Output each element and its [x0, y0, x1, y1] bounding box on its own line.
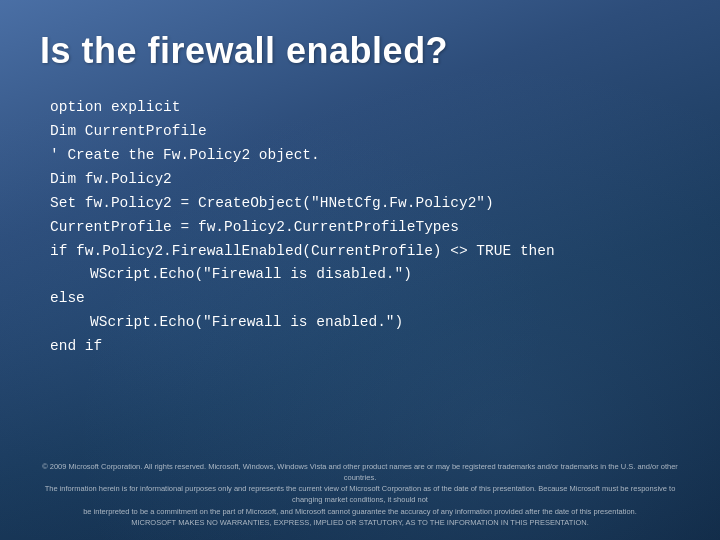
footer-line-4: MICROSOFT MAKES NO WARRANTIES, EXPRESS, …: [30, 517, 690, 528]
code-line-1: option explicit: [50, 96, 680, 120]
code-line-6: CurrentProfile = fw.Policy2.CurrentProfi…: [50, 216, 680, 240]
slide-container: Is the firewall enabled? option explicit…: [0, 0, 720, 540]
footer-line-1: © 2009 Microsoft Corporation. All rights…: [30, 461, 690, 484]
footer-line-3: be interpreted to be a commitment on the…: [30, 506, 690, 517]
code-line-5: Set fw.Policy2 = CreateObject("HNetCfg.F…: [50, 192, 680, 216]
code-block: option explicit Dim CurrentProfile ' Cre…: [40, 96, 680, 359]
code-line-7: if fw.Policy2.FirewallEnabled(CurrentPro…: [50, 240, 680, 264]
footer-line-2: The information herein is for informatio…: [30, 483, 690, 506]
slide-title: Is the firewall enabled?: [40, 30, 680, 72]
code-line-2: Dim CurrentProfile: [50, 120, 680, 144]
code-line-3: ' Create the Fw.Policy2 object.: [50, 144, 680, 168]
code-line-11: end if: [50, 335, 680, 359]
code-line-4: Dim fw.Policy2: [50, 168, 680, 192]
code-line-9: else: [50, 287, 680, 311]
code-line-10: WScript.Echo("Firewall is enabled."): [50, 311, 680, 335]
code-line-8: WScript.Echo("Firewall is disabled."): [50, 263, 680, 287]
footer: © 2009 Microsoft Corporation. All rights…: [0, 461, 720, 529]
